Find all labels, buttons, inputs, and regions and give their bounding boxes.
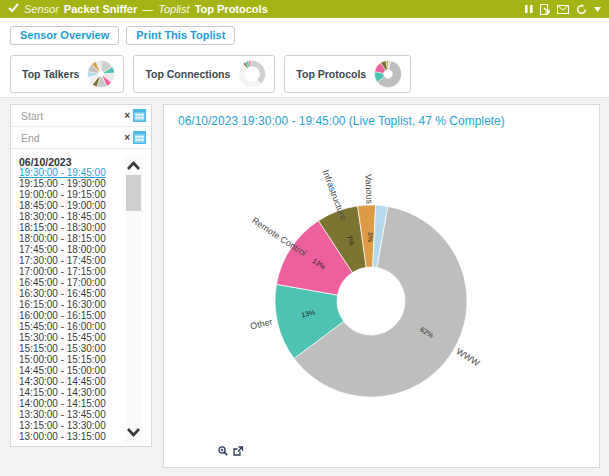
slice-percent-label: 3% xyxy=(367,232,374,242)
toplist-interval[interactable]: 15:30:00 - 15:45:00 xyxy=(19,332,119,343)
toplist-label: Toplist xyxy=(158,3,189,15)
toplist-tabs: Top Talkers Top Connections Top Protocol… xyxy=(10,55,411,93)
slice-category-label: Various xyxy=(363,174,374,205)
toplist-interval[interactable]: 13:00:00 - 13:15:00 xyxy=(19,431,119,442)
toplist-interval[interactable]: 19:15:00 - 19:30:00 xyxy=(19,178,119,189)
toplist-interval[interactable]: 16:00:00 - 16:15:00 xyxy=(19,310,119,321)
toplist-interval[interactable]: 16:45:00 - 17:00:00 xyxy=(19,277,119,288)
toplist-interval[interactable]: 17:30:00 - 17:45:00 xyxy=(19,255,119,266)
scrollbar-thumb[interactable] xyxy=(126,175,141,211)
toplist-interval[interactable]: 13:30:00 - 13:45:00 xyxy=(19,409,119,420)
toplist-interval[interactable]: 15:00:00 - 15:15:00 xyxy=(19,354,119,365)
slice-category-label: Other xyxy=(249,317,273,332)
toplist-interval[interactable]: 17:45:00 - 18:00:00 xyxy=(19,244,119,255)
toplist-chart-panel: 06/10/2023 19:30:00 - 19:45:00 (Live Top… xyxy=(163,104,600,468)
interval-scrollbar[interactable] xyxy=(125,155,143,443)
toplist-interval[interactable]: 16:30:00 - 16:45:00 xyxy=(19,288,119,299)
interval-filter-panel: × × 06/10/2023 19:30:00 - 19:45:0019:15:… xyxy=(10,104,152,447)
toplist-interval[interactable]: 18:30:00 - 18:45:00 xyxy=(19,211,119,222)
open-external-icon[interactable] xyxy=(233,446,243,456)
interval-list: 19:30:00 - 19:45:0019:15:00 - 19:30:0019… xyxy=(19,167,119,442)
toplist-name: Top Protocols xyxy=(195,3,268,15)
pause-icon[interactable] xyxy=(525,4,533,14)
slice-category-label: WWW xyxy=(455,346,482,368)
end-input[interactable] xyxy=(19,131,124,145)
toplist-interval[interactable]: 18:00:00 - 18:15:00 xyxy=(19,233,119,244)
sensor-header-bar: Sensor Packet Sniffer — Toplist Top Prot… xyxy=(0,0,609,18)
sensor-label: Sensor xyxy=(24,3,59,15)
toplist-interval[interactable]: 18:15:00 - 18:30:00 xyxy=(19,222,119,233)
toplist-interval[interactable]: 17:00:00 - 17:15:00 xyxy=(19,266,119,277)
tab-label: Top Talkers xyxy=(22,68,79,80)
toplist-interval[interactable]: 14:45:00 - 15:00:00 xyxy=(19,365,119,376)
calendar-icon[interactable] xyxy=(133,109,146,122)
tab-top-protocols[interactable]: Top Protocols xyxy=(284,55,411,93)
toplist-interval[interactable]: 13:15:00 - 13:30:00 xyxy=(19,420,119,431)
toplist-interval[interactable]: 15:15:00 - 15:30:00 xyxy=(19,343,119,354)
tab-top-connections[interactable]: Top Connections xyxy=(133,55,275,93)
tab-label: Top Connections xyxy=(145,68,230,80)
top-connections-pie-icon xyxy=(237,59,267,89)
protocols-donut-chart: 62%WWW13%Other13%Remote Control7%Infrast… xyxy=(164,105,599,467)
scroll-up-icon[interactable] xyxy=(126,157,141,175)
toplist-interval[interactable]: 14:15:00 - 14:30:00 xyxy=(19,387,119,398)
tab-top-talkers[interactable]: Top Talkers xyxy=(10,55,124,93)
zoom-icon[interactable] xyxy=(218,446,228,456)
check-icon xyxy=(8,3,19,15)
sensor-overview-button[interactable]: Sensor Overview xyxy=(10,26,119,45)
toplist-interval[interactable]: 19:30:00 - 19:45:00 xyxy=(19,167,119,178)
toplist-interval[interactable]: 14:00:00 - 14:15:00 xyxy=(19,398,119,409)
scroll-down-icon[interactable] xyxy=(126,423,141,441)
start-input-row: × xyxy=(11,105,151,127)
chart-corner-icons xyxy=(218,446,243,456)
clear-end-icon[interactable]: × xyxy=(124,133,130,143)
top-protocols-pie-icon xyxy=(373,59,403,89)
toplist-interval[interactable]: 19:00:00 - 19:15:00 xyxy=(19,189,119,200)
calendar-icon[interactable] xyxy=(133,131,146,144)
tab-label: Top Protocols xyxy=(296,68,366,80)
donut-slice-minor xyxy=(251,61,266,85)
caret-down-icon[interactable] xyxy=(594,7,601,12)
report-icon[interactable] xyxy=(540,4,550,15)
toolbar: Sensor Overview Print This Toplist xyxy=(10,26,235,45)
breadcrumb-separator: — xyxy=(142,3,153,15)
toplist-interval[interactable]: 18:45:00 - 19:00:00 xyxy=(19,200,119,211)
clear-start-icon[interactable]: × xyxy=(124,111,130,121)
sensor-name: Packet Sniffer xyxy=(64,3,137,15)
email-icon[interactable] xyxy=(557,5,569,14)
end-input-row: × xyxy=(11,127,151,149)
refresh-icon[interactable] xyxy=(576,4,587,15)
print-toplist-button[interactable]: Print This Toplist xyxy=(126,26,235,45)
start-input[interactable] xyxy=(19,109,124,123)
top-talkers-pie-icon xyxy=(86,59,116,89)
toplist-interval[interactable]: 16:15:00 - 16:30:00 xyxy=(19,299,119,310)
toplist-interval[interactable]: 14:30:00 - 14:45:00 xyxy=(19,376,119,387)
toplist-interval[interactable]: 15:45:00 - 16:00:00 xyxy=(19,321,119,332)
